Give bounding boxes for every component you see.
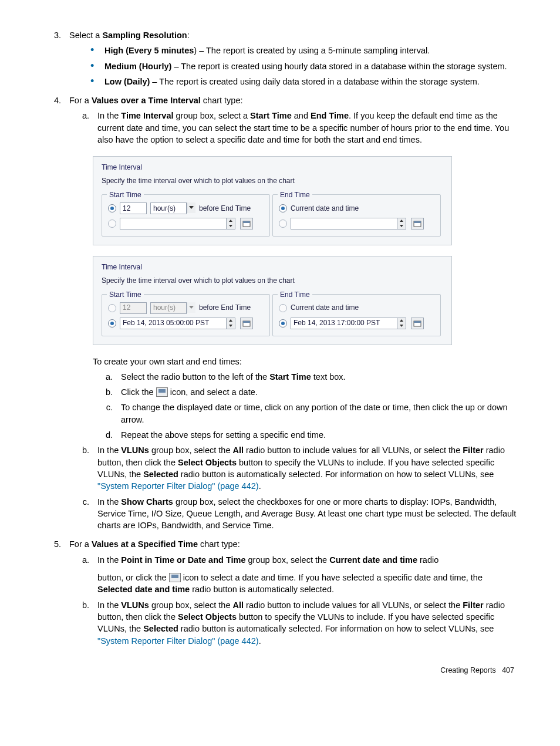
calendar-icon[interactable] [240,318,253,329]
start-relative-radio[interactable] [108,304,116,312]
start-relative-radio[interactable] [108,204,116,212]
spinner-icon[interactable] [227,218,235,229]
time-interval-screenshot-specific: Time Interval Specify the time interval … [93,256,452,345]
bullet: • [90,45,104,56]
filter-dialog-link[interactable]: "System Reporter Filter Dialog" (page 44… [97,636,259,646]
calendar-icon[interactable] [240,218,253,229]
step-number: 5. [41,538,69,650]
bullet: • [90,60,104,72]
start-date-input[interactable] [120,218,227,229]
own-times-intro: To create your own start and end times: [93,356,519,367]
end-time-group: End Time Current date and time [272,194,441,237]
unit-select[interactable]: hour(s) [150,202,187,214]
spinner-icon[interactable] [397,318,406,329]
step-4-content: For a Values over a Time Interval chart … [69,94,519,535]
svg-rect-1 [243,221,250,223]
end-date-input[interactable]: Feb 14, 2013 17:00:00 PST [291,318,397,329]
end-specific-radio[interactable] [279,319,287,328]
start-time-group: Start Time 12 hour(s) before End Time [102,294,270,336]
calendar-icon[interactable] [411,318,424,329]
main-steps: 3. Select a Sampling Resolution: • High … [41,29,519,650]
sampling-list: • High (Every 5 minutes) – The report is… [90,45,519,87]
end-time-group: End Time Current date and time Feb 14, 2… [272,294,441,336]
svg-rect-5 [243,321,250,323]
step-number: 3. [41,29,69,91]
page-footer: Creating Reports 407 [41,666,519,676]
start-date-input[interactable]: Feb 14, 2013 05:00:00 PST [120,318,227,329]
hours-input[interactable]: 12 [120,302,147,314]
chevron-down-icon[interactable] [187,202,195,213]
dialog-desc: Specify the time interval over which to … [102,176,443,186]
end-specific-radio[interactable] [279,220,287,228]
step-number: 4. [41,94,69,535]
chevron-down-icon[interactable] [187,302,195,313]
unit-select[interactable]: hour(s) [150,302,187,314]
end-date-input[interactable] [291,218,397,229]
start-specific-radio[interactable] [108,220,116,228]
start-time-group: Start Time 12 hour(s) before End Time [102,194,270,237]
dialog-title: Time Interval [102,163,443,173]
svg-rect-3 [414,221,421,223]
end-current-radio[interactable] [279,304,287,312]
step-3-content: Select a Sampling Resolution: • High (Ev… [69,29,519,91]
spinner-icon[interactable] [227,318,235,329]
time-interval-screenshot-default: Time Interval Specify the time interval … [93,156,452,245]
end-current-radio[interactable] [279,204,287,212]
start-specific-radio[interactable] [108,319,116,328]
svg-rect-7 [414,321,421,323]
hours-input[interactable]: 12 [120,202,147,214]
bullet: • [90,76,104,87]
calendar-icon [156,387,168,397]
filter-dialog-link[interactable]: "System Reporter Filter Dialog" (page 44… [97,481,259,491]
dialog-title: Time Interval [102,262,443,272]
calendar-icon [169,573,181,582]
step-5-content: For a Values at a Specified Time chart t… [69,538,519,650]
dialog-desc: Specify the time interval over which to … [102,276,443,286]
spinner-icon[interactable] [397,218,406,229]
calendar-icon[interactable] [411,218,424,229]
